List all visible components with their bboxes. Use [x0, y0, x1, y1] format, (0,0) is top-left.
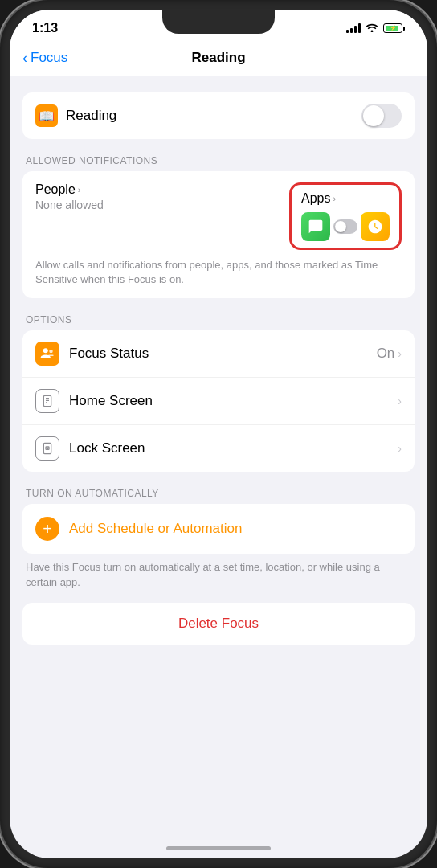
- people-column: People › None allowed: [35, 182, 104, 211]
- notifications-row: People › None allowed Apps ›: [35, 182, 402, 250]
- notifications-card: People › None allowed Apps ›: [22, 171, 415, 298]
- reading-mode-icon: 📖: [35, 104, 58, 127]
- nav-title: Reading: [191, 50, 245, 66]
- reading-label-group: 📖 Reading: [35, 104, 116, 127]
- people-label: People: [35, 182, 76, 197]
- clock-app-icon: [361, 212, 390, 241]
- svg-point-8: [47, 448, 47, 449]
- signal-bars: [346, 23, 361, 33]
- home-screen-chevron-icon: ›: [398, 395, 402, 407]
- wifi-icon: [366, 23, 378, 35]
- focus-status-row[interactable]: Focus Status On ›: [22, 330, 415, 378]
- back-chevron-icon: ‹: [22, 50, 27, 67]
- reading-mode-label: Reading: [66, 108, 116, 124]
- people-title[interactable]: People ›: [35, 182, 104, 197]
- add-schedule-label: Add Schedule or Automation: [69, 521, 242, 537]
- delete-focus-card[interactable]: Delete Focus: [22, 603, 415, 645]
- apps-chevron-icon: ›: [333, 194, 336, 203]
- back-button[interactable]: ‹ Focus: [22, 50, 67, 67]
- focus-status-label: Focus Status: [69, 346, 377, 362]
- lock-screen-icon: [35, 436, 59, 461]
- toggle-separator-icon: [333, 219, 357, 234]
- notifications-description: Allow calls and notifications from peopl…: [35, 258, 402, 287]
- lock-screen-row[interactable]: Lock Screen ›: [22, 425, 415, 472]
- lock-screen-chevron-icon: ›: [398, 442, 402, 455]
- status-bar: 1:13 ⚡: [10, 10, 427, 42]
- people-chevron-icon: ›: [78, 185, 81, 194]
- apps-title: Apps ›: [301, 191, 390, 206]
- apps-highlight-box[interactable]: Apps ›: [289, 182, 402, 250]
- reading-toggle-row: 📖 Reading: [22, 92, 415, 139]
- battery-bolt-icon: ⚡: [390, 25, 397, 31]
- status-icons: ⚡: [346, 23, 405, 35]
- home-screen-row[interactable]: Home Screen ›: [22, 378, 415, 425]
- apps-label: Apps: [301, 191, 330, 206]
- people-subtitle: None allowed: [35, 199, 104, 211]
- turn-on-automatically-label: TURN ON AUTOMATICALLY: [26, 488, 415, 499]
- notch: [162, 10, 275, 34]
- messages-app-icon: [301, 212, 330, 241]
- add-schedule-icon: +: [35, 517, 59, 541]
- delete-focus-label: Delete Focus: [178, 616, 259, 631]
- status-time: 1:13: [32, 21, 58, 35]
- lock-screen-label: Lock Screen: [69, 440, 398, 457]
- apps-column: Apps ›: [289, 182, 402, 250]
- reading-toggle-switch[interactable]: [361, 104, 402, 128]
- home-screen-label: Home Screen: [69, 393, 398, 409]
- home-indicator: [166, 846, 271, 850]
- app-icons-row: [301, 212, 390, 241]
- svg-point-1: [49, 350, 53, 354]
- focus-status-chevron-icon: ›: [398, 347, 402, 360]
- scroll-content: 📖 Reading ALLOWED NOTIFICATIONS People: [10, 76, 427, 845]
- phone-frame: 1:13 ⚡: [0, 0, 437, 868]
- toggle-knob: [363, 105, 384, 126]
- back-label[interactable]: Focus: [31, 50, 67, 66]
- home-screen-icon: [35, 389, 59, 413]
- focus-status-icon: [35, 342, 59, 366]
- battery-icon: ⚡: [383, 23, 405, 33]
- reading-toggle-card: 📖 Reading: [22, 92, 415, 139]
- svg-point-0: [43, 349, 48, 354]
- automation-description: Have this Focus turn on automatically at…: [22, 560, 415, 589]
- allowed-notifications-label: ALLOWED NOTIFICATIONS: [26, 155, 415, 166]
- add-schedule-card[interactable]: + Add Schedule or Automation: [22, 504, 415, 554]
- options-card: Focus Status On › Home Screen: [22, 330, 415, 472]
- options-label: OPTIONS: [26, 314, 415, 326]
- phone-screen: 1:13 ⚡: [10, 10, 427, 858]
- nav-bar: ‹ Focus Reading: [10, 42, 427, 76]
- focus-status-value: On: [377, 346, 395, 362]
